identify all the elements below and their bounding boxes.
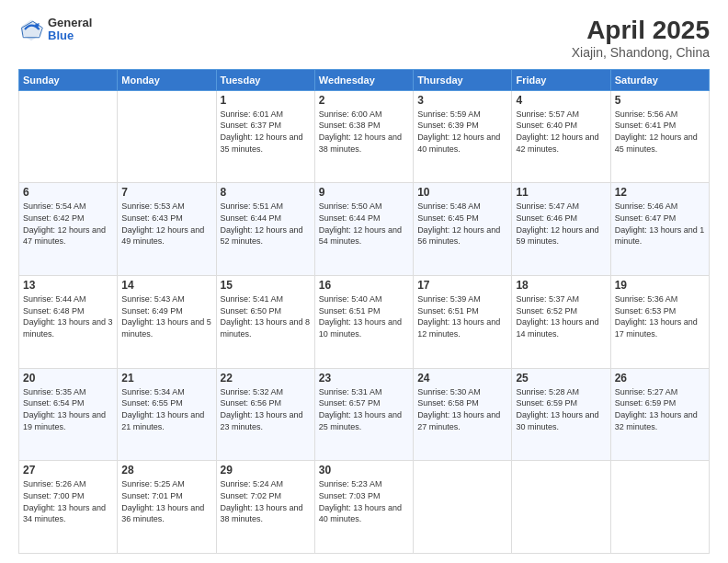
day-detail: Sunrise: 5:26 AMSunset: 7:00 PMDaylight:… — [23, 478, 113, 524]
day-detail: Sunrise: 6:00 AMSunset: 6:38 PMDaylight:… — [319, 109, 409, 155]
day-detail: Sunrise: 5:35 AMSunset: 6:54 PMDaylight:… — [23, 386, 113, 432]
day-detail: Sunrise: 5:30 AMSunset: 6:58 PMDaylight:… — [417, 386, 507, 432]
day-number: 16 — [319, 279, 409, 292]
col-sunday: Sunday — [19, 69, 118, 90]
table-row: 11Sunrise: 5:47 AMSunset: 6:46 PMDayligh… — [512, 183, 610, 276]
table-row: 6Sunrise: 5:54 AMSunset: 6:42 PMDaylight… — [19, 183, 118, 276]
day-detail: Sunrise: 5:31 AMSunset: 6:57 PMDaylight:… — [319, 386, 409, 432]
day-detail: Sunrise: 5:28 AMSunset: 6:59 PMDaylight:… — [516, 386, 606, 432]
day-number: 29 — [221, 464, 311, 477]
day-number: 17 — [417, 279, 507, 292]
table-row: 26Sunrise: 5:27 AMSunset: 6:59 PMDayligh… — [610, 368, 709, 461]
title-block: April 2025 Xiajin, Shandong, China — [572, 17, 710, 60]
day-detail: Sunrise: 5:41 AMSunset: 6:50 PMDaylight:… — [221, 293, 311, 339]
calendar-title: April 2025 — [572, 17, 710, 45]
table-row: 10Sunrise: 5:48 AMSunset: 6:45 PMDayligh… — [414, 183, 512, 276]
table-row: 1Sunrise: 6:01 AMSunset: 6:37 PMDaylight… — [216, 90, 314, 183]
col-tuesday: Tuesday — [216, 69, 314, 90]
day-number: 5 — [615, 94, 705, 107]
table-row: 17Sunrise: 5:39 AMSunset: 6:51 PMDayligh… — [414, 276, 512, 369]
day-detail: Sunrise: 5:27 AMSunset: 6:59 PMDaylight:… — [615, 386, 705, 432]
day-number: 30 — [319, 464, 409, 477]
table-row: 29Sunrise: 5:24 AMSunset: 7:02 PMDayligh… — [216, 461, 314, 554]
table-row: 12Sunrise: 5:46 AMSunset: 6:47 PMDayligh… — [610, 183, 709, 276]
table-row: 27Sunrise: 5:26 AMSunset: 7:00 PMDayligh… — [19, 461, 118, 554]
day-detail: Sunrise: 5:54 AMSunset: 6:42 PMDaylight:… — [23, 201, 113, 247]
logo-text: General Blue — [48, 17, 92, 43]
table-row: 18Sunrise: 5:37 AMSunset: 6:52 PMDayligh… — [512, 276, 610, 369]
table-row: 22Sunrise: 5:32 AMSunset: 6:56 PMDayligh… — [216, 368, 314, 461]
calendar-week-row: 27Sunrise: 5:26 AMSunset: 7:00 PMDayligh… — [19, 461, 710, 554]
day-detail: Sunrise: 5:47 AMSunset: 6:46 PMDaylight:… — [516, 201, 606, 247]
day-detail: Sunrise: 5:56 AMSunset: 6:41 PMDaylight:… — [615, 109, 705, 155]
col-friday: Friday — [512, 69, 610, 90]
col-thursday: Thursday — [414, 69, 512, 90]
table-row: 25Sunrise: 5:28 AMSunset: 6:59 PMDayligh… — [512, 368, 610, 461]
day-detail: Sunrise: 5:23 AMSunset: 7:03 PMDaylight:… — [319, 478, 409, 524]
table-row: 23Sunrise: 5:31 AMSunset: 6:57 PMDayligh… — [314, 368, 413, 461]
day-number: 11 — [516, 186, 606, 199]
day-number: 28 — [121, 464, 211, 477]
day-detail: Sunrise: 5:48 AMSunset: 6:45 PMDaylight:… — [417, 201, 507, 247]
day-number: 8 — [221, 186, 311, 199]
table-row: 7Sunrise: 5:53 AMSunset: 6:43 PMDaylight… — [118, 183, 216, 276]
day-number: 4 — [516, 94, 606, 107]
table-row: 9Sunrise: 5:50 AMSunset: 6:44 PMDaylight… — [314, 183, 413, 276]
table-row — [610, 461, 709, 554]
table-row: 16Sunrise: 5:40 AMSunset: 6:51 PMDayligh… — [314, 276, 413, 369]
day-detail: Sunrise: 5:50 AMSunset: 6:44 PMDaylight:… — [319, 201, 409, 247]
day-number: 25 — [516, 372, 606, 385]
table-row: 5Sunrise: 5:56 AMSunset: 6:41 PMDaylight… — [610, 90, 709, 183]
day-detail: Sunrise: 5:43 AMSunset: 6:49 PMDaylight:… — [121, 293, 211, 339]
day-detail: Sunrise: 5:53 AMSunset: 6:43 PMDaylight:… — [121, 201, 211, 247]
day-detail: Sunrise: 5:37 AMSunset: 6:52 PMDaylight:… — [516, 293, 606, 339]
table-row: 20Sunrise: 5:35 AMSunset: 6:54 PMDayligh… — [19, 368, 118, 461]
logo-line1: General — [48, 17, 92, 29]
day-number: 22 — [221, 372, 311, 385]
col-saturday: Saturday — [610, 69, 709, 90]
table-row — [414, 461, 512, 554]
table-row — [118, 90, 216, 183]
day-number: 13 — [23, 279, 113, 292]
day-number: 1 — [221, 94, 311, 107]
day-detail: Sunrise: 5:39 AMSunset: 6:51 PMDaylight:… — [417, 293, 507, 339]
day-detail: Sunrise: 5:36 AMSunset: 6:53 PMDaylight:… — [615, 293, 705, 339]
table-row: 21Sunrise: 5:34 AMSunset: 6:55 PMDayligh… — [118, 368, 216, 461]
day-number: 7 — [121, 186, 211, 199]
day-detail: Sunrise: 5:57 AMSunset: 6:40 PMDaylight:… — [516, 109, 606, 155]
day-number: 15 — [221, 279, 311, 292]
calendar-week-row: 20Sunrise: 5:35 AMSunset: 6:54 PMDayligh… — [19, 368, 710, 461]
header: General Blue April 2025 Xiajin, Shandong… — [18, 17, 710, 60]
day-number: 6 — [23, 186, 113, 199]
table-row: 13Sunrise: 5:44 AMSunset: 6:48 PMDayligh… — [19, 276, 118, 369]
calendar-week-row: 6Sunrise: 5:54 AMSunset: 6:42 PMDaylight… — [19, 183, 710, 276]
table-row: 2Sunrise: 6:00 AMSunset: 6:38 PMDaylight… — [314, 90, 413, 183]
day-number: 24 — [417, 372, 507, 385]
day-number: 12 — [615, 186, 705, 199]
day-number: 19 — [615, 279, 705, 292]
table-row: 15Sunrise: 5:41 AMSunset: 6:50 PMDayligh… — [216, 276, 314, 369]
calendar-header-row: Sunday Monday Tuesday Wednesday Thursday… — [19, 69, 710, 90]
day-number: 9 — [319, 186, 409, 199]
day-detail: Sunrise: 5:40 AMSunset: 6:51 PMDaylight:… — [319, 293, 409, 339]
day-detail: Sunrise: 5:25 AMSunset: 7:01 PMDaylight:… — [121, 478, 211, 524]
logo-line2: Blue — [48, 29, 92, 42]
logo-icon — [18, 17, 44, 42]
page: General Blue April 2025 Xiajin, Shandong… — [0, 0, 728, 563]
calendar-subtitle: Xiajin, Shandong, China — [572, 45, 710, 60]
day-number: 23 — [319, 372, 409, 385]
table-row: 3Sunrise: 5:59 AMSunset: 6:39 PMDaylight… — [414, 90, 512, 183]
day-number: 14 — [121, 279, 211, 292]
table-row — [19, 90, 118, 183]
table-row: 30Sunrise: 5:23 AMSunset: 7:03 PMDayligh… — [314, 461, 413, 554]
table-row — [512, 461, 610, 554]
day-number: 26 — [615, 372, 705, 385]
day-detail: Sunrise: 5:51 AMSunset: 6:44 PMDaylight:… — [221, 201, 311, 247]
calendar-table: Sunday Monday Tuesday Wednesday Thursday… — [18, 69, 710, 554]
col-monday: Monday — [118, 69, 216, 90]
calendar-week-row: 1Sunrise: 6:01 AMSunset: 6:37 PMDaylight… — [19, 90, 710, 183]
day-number: 10 — [417, 186, 507, 199]
table-row: 8Sunrise: 5:51 AMSunset: 6:44 PMDaylight… — [216, 183, 314, 276]
day-number: 3 — [417, 94, 507, 107]
day-detail: Sunrise: 5:34 AMSunset: 6:55 PMDaylight:… — [121, 386, 211, 432]
